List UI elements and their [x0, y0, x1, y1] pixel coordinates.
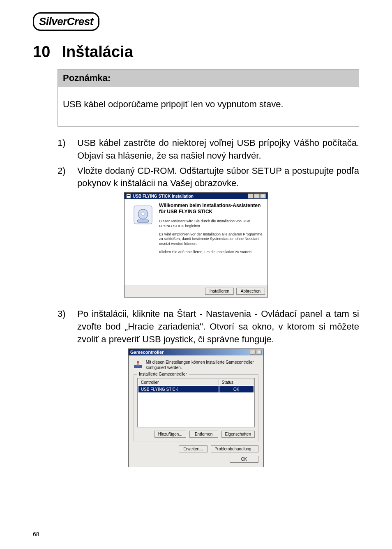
fieldset-legend: Installierte Gamecontroller: [137, 372, 189, 376]
installer-body: Willkommen beim Installations-Assistente…: [125, 199, 267, 285]
ok-button[interactable]: OK: [230, 456, 258, 463]
installer-titlebar: USB FLYING STICK Installation _ □ ×: [125, 193, 267, 199]
troubleshoot-button[interactable]: Problembehandlung...: [211, 445, 258, 452]
controllers-table: Controller Status USB FLYING STICK OK: [137, 378, 255, 427]
brand-logo: SilverCrest: [33, 12, 99, 31]
installer-title-text: USB FLYING STICK Installation: [133, 194, 194, 198]
joystick-icon: [134, 360, 143, 369]
installer-paragraph: Dieser Assistent wird Sie durch die Inst…: [159, 219, 263, 228]
list-item: 2) Vložte dodaný CD-ROM. Odštartujte súb…: [58, 165, 359, 190]
button-row: OK: [134, 456, 258, 463]
svg-point-8: [137, 361, 139, 363]
window-buttons: ? ×: [250, 350, 262, 355]
add-button[interactable]: Hinzufügen...: [154, 431, 186, 438]
help-button[interactable]: ?: [250, 350, 256, 355]
section-heading: 10 Inštalácia: [33, 43, 359, 61]
installer-paragraph: Es wird empfohlen vor der Installation a…: [159, 232, 263, 247]
list-text: USB kábel zastrčte do niektorej voľnej U…: [77, 137, 359, 162]
installer-dialog: USB FLYING STICK Installation _ □ ×: [124, 192, 268, 298]
col-status: Status: [219, 379, 254, 385]
gamecontroller-title-text: Gamecontroller: [130, 350, 164, 355]
installer-graphic: [127, 203, 159, 282]
brand-logo-container: SilverCrest: [33, 12, 359, 31]
list-item: 1) USB kábel zastrčte do niektorej voľne…: [58, 137, 359, 162]
note-header: Poznámka:: [58, 69, 359, 87]
screenshot-container: USB FLYING STICK Installation _ □ ×: [33, 192, 359, 298]
button-row: Erweitert... Problembehandlung...: [134, 445, 258, 452]
installer-footer: Installieren Abbrechen: [125, 285, 267, 297]
list-item: 3) Po inštalácii, kliknite na Štart - Na…: [58, 308, 359, 346]
minimize-button[interactable]: _: [248, 194, 254, 198]
document-page: SilverCrest 10 Inštalácia Poznámka: USB …: [0, 0, 392, 549]
cancel-button[interactable]: Abbrechen: [236, 288, 265, 295]
cell-status: OK: [219, 386, 254, 392]
gamecontroller-desc-text: Mit diesen Einstellungen können installi…: [146, 360, 258, 370]
note-box: Poznámka: USB kábel odporúčame pripojiť …: [58, 69, 359, 127]
list-text: Vložte dodaný CD-ROM. Odštartujte súbor …: [77, 165, 359, 190]
installer-content: Willkommen beim Installations-Assistente…: [159, 203, 263, 282]
installer-paragraph: Klicken Sie auf Installieren, um die Ins…: [159, 250, 263, 255]
installer-icon: [126, 194, 131, 198]
col-controller: Controller: [138, 379, 219, 385]
table-header-row: Controller Status: [138, 379, 254, 385]
window-buttons: _ □ ×: [248, 194, 266, 198]
svg-rect-1: [127, 195, 130, 196]
advanced-button[interactable]: Erweitert...: [179, 445, 208, 452]
table-row[interactable]: USB FLYING STICK OK: [138, 386, 254, 392]
controllers-fieldset: Installierte Gamecontroller Controller S…: [134, 374, 258, 441]
gamecontroller-body: Mit diesen Einstellungen können installi…: [129, 355, 263, 467]
screenshot-container: Gamecontroller ? × Mit diesen Einstellun…: [33, 348, 359, 467]
ordered-list: 1) USB kábel zastrčte do niektorej voľne…: [58, 137, 359, 190]
section-title: Inštalácia: [62, 43, 133, 60]
button-row: Hinzufügen... Entfernen Eigenschaften: [137, 431, 255, 438]
close-button[interactable]: ×: [256, 350, 262, 355]
gamecontroller-dialog: Gamecontroller ? × Mit diesen Einstellun…: [128, 348, 264, 467]
svg-rect-5: [137, 220, 149, 222]
page-number: 68: [33, 531, 39, 537]
list-marker: 1): [58, 137, 77, 162]
gamecontroller-description: Mit diesen Einstellungen können installi…: [134, 360, 258, 370]
table-spacer: [138, 393, 254, 426]
note-body: USB kábel odporúčame pripojiť len vo vyp…: [58, 87, 359, 126]
installer-heading: Willkommen beim Installations-Assistente…: [159, 203, 263, 215]
list-marker: 2): [58, 165, 77, 190]
list-marker: 3): [58, 308, 77, 346]
install-button[interactable]: Installieren: [205, 288, 234, 295]
ordered-list: 3) Po inštalácii, kliknite na Štart - Na…: [58, 308, 359, 346]
list-text: Po inštalácii, kliknite na Štart - Nasta…: [77, 308, 359, 346]
cd-icon: [133, 205, 153, 225]
properties-button[interactable]: Eigenschaften: [221, 431, 255, 438]
section-number: 10: [33, 43, 58, 61]
remove-button[interactable]: Entfernen: [189, 431, 218, 438]
close-button[interactable]: ×: [260, 194, 266, 198]
cell-controller: USB FLYING STICK: [138, 386, 219, 392]
svg-point-4: [142, 213, 144, 215]
maximize-button[interactable]: □: [254, 194, 260, 198]
gamecontroller-titlebar: Gamecontroller ? ×: [129, 349, 263, 355]
